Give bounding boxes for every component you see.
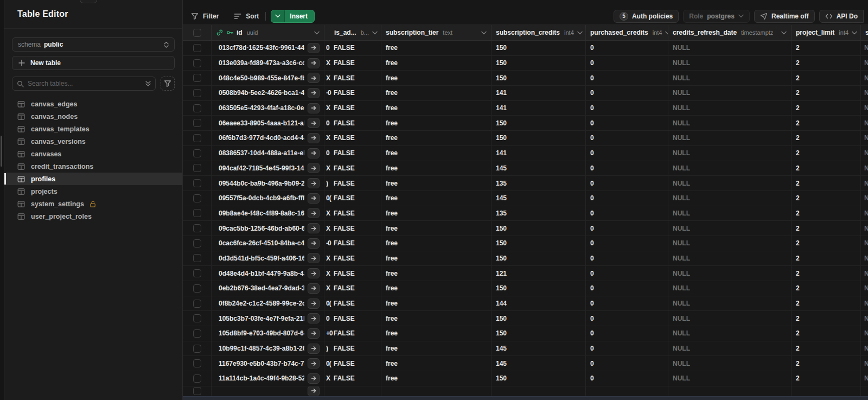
- cell-subscription-tier[interactable]: free: [381, 206, 492, 221]
- cell-credits-refresh-date[interactable]: NULL: [668, 176, 792, 191]
- cell-project-limit[interactable]: 2: [792, 221, 861, 236]
- cell-subscription-tier[interactable]: free: [381, 281, 492, 296]
- cell-subscription-tier[interactable]: free: [381, 71, 492, 85]
- cell-credits-refresh-date[interactable]: NULL: [668, 86, 792, 100]
- cell-credits-refresh-date[interactable]: NULL: [668, 371, 792, 386]
- cell-project-limit[interactable]: 2: [792, 191, 861, 206]
- expand-row-button[interactable]: [308, 43, 320, 53]
- expand-row-button[interactable]: [308, 208, 320, 218]
- column-header-project-limit[interactable]: project_limit int4: [792, 25, 861, 40]
- sidebar-item-system_settings[interactable]: system_settings: [4, 198, 182, 210]
- cell-clipped[interactable]: NU: [861, 371, 868, 386]
- cell-clipped[interactable]: NU: [861, 341, 868, 356]
- cell-project-limit[interactable]: 2: [792, 296, 861, 311]
- column-menu-chevron-icon[interactable]: [369, 31, 378, 35]
- cell-project-limit[interactable]: 2: [792, 326, 861, 341]
- expand-row-button[interactable]: [308, 58, 320, 68]
- role-select-button[interactable]: Role postgres: [683, 10, 750, 23]
- cell-id[interactable]: 0508b94b-5ee2-4626-bca1-4bca...: [212, 86, 324, 100]
- cell-id[interactable]: [212, 386, 324, 396]
- row-checkbox[interactable]: [193, 119, 201, 127]
- cell-id[interactable]: 048c4e50-b989-455e-847e-fb2f...: [212, 71, 324, 85]
- cell-subscription-tier[interactable]: free: [381, 161, 492, 176]
- cell-clipped[interactable]: [861, 386, 868, 396]
- cell-purchased-credits[interactable]: 0: [586, 176, 668, 191]
- expand-row-button[interactable]: [308, 133, 320, 143]
- cell-credits-refresh-date[interactable]: NULL: [668, 101, 792, 116]
- cell-credits-refresh-date[interactable]: NULL: [668, 131, 792, 145]
- sidebar-item-profiles[interactable]: profiles: [4, 173, 182, 185]
- cell-project-limit[interactable]: [792, 386, 861, 396]
- row-checkbox[interactable]: [193, 300, 201, 308]
- row-checkbox[interactable]: [193, 345, 201, 353]
- expand-row-button[interactable]: [308, 283, 320, 294]
- row-checkbox[interactable]: [193, 224, 201, 232]
- cell-clipped[interactable]: NU: [861, 281, 868, 296]
- cell-project-limit[interactable]: 2: [792, 236, 861, 251]
- expand-row-button[interactable]: [308, 88, 320, 98]
- cell-credits-refresh-date[interactable]: NULL: [668, 326, 792, 341]
- sidebar-item-canvas_versions[interactable]: canvas_versions: [4, 135, 182, 148]
- row-checkbox[interactable]: [193, 359, 201, 367]
- rail-scrollbar-thumb[interactable]: [1, 136, 2, 167]
- column-header-subscription-tier[interactable]: subscription_tier text: [381, 25, 492, 40]
- cell-purchased-credits[interactable]: 0: [586, 296, 668, 311]
- cell-is-admin[interactable]: X FALSE: [324, 266, 381, 281]
- search-tables-input[interactable]: [28, 80, 142, 87]
- cell-id[interactable]: 063505e5-4293-4faf-a18c-0e65b...: [212, 101, 324, 116]
- cell-project-limit[interactable]: 2: [792, 56, 861, 71]
- column-menu-chevron-icon[interactable]: [478, 31, 487, 35]
- cell-clipped[interactable]: NU: [861, 251, 868, 266]
- sidebar-item-projects[interactable]: projects: [4, 185, 182, 198]
- column-header-clipped[interactable]: su: [861, 25, 868, 40]
- cell-is-admin[interactable]: [324, 386, 381, 396]
- cell-subscription-tier[interactable]: free: [381, 176, 492, 191]
- cell-credits-refresh-date[interactable]: NULL: [668, 311, 792, 326]
- cell-purchased-credits[interactable]: 0: [586, 371, 668, 386]
- cell-subscription-tier[interactable]: free: [381, 146, 492, 161]
- cell-subscription-credits[interactable]: 150: [492, 56, 586, 71]
- cell-credits-refresh-date[interactable]: NULL: [668, 236, 792, 251]
- new-table-button[interactable]: New table: [12, 56, 175, 70]
- cell-id[interactable]: 09b8ae4e-f48c-4f89-8a8c-1629b...: [212, 206, 324, 221]
- cell-project-limit[interactable]: 2: [792, 41, 861, 55]
- cell-credits-refresh-date[interactable]: NULL: [668, 56, 792, 71]
- expand-row-button[interactable]: [308, 103, 320, 113]
- column-menu-chevron-icon[interactable]: [574, 31, 583, 35]
- cell-id[interactable]: 06f6b7d3-977d-4cd0-acd4-4a78...: [212, 131, 324, 145]
- cell-id[interactable]: 08386537-10d4-488a-a11e-eb5a6...: [212, 146, 324, 161]
- cell-subscription-tier[interactable]: free: [381, 266, 492, 281]
- expand-row-button[interactable]: [308, 344, 320, 354]
- cell-credits-refresh-date[interactable]: NULL: [668, 71, 792, 85]
- row-checkbox[interactable]: [193, 284, 201, 293]
- api-docs-button[interactable]: API Do: [819, 10, 864, 23]
- cell-is-admin[interactable]: X FALSE: [324, 101, 381, 116]
- column-header-is-admin[interactable]: is_ad... b...: [324, 25, 381, 40]
- cell-is-admin[interactable]: X FALSE: [324, 281, 381, 296]
- cell-subscription-credits[interactable]: 135: [492, 206, 586, 221]
- cell-purchased-credits[interactable]: 0: [586, 131, 668, 145]
- column-header-id[interactable]: id uuid: [212, 25, 324, 40]
- cell-id[interactable]: 094caf42-7185-4e45-99f3-14abee...: [212, 161, 324, 176]
- cell-credits-refresh-date[interactable]: NULL: [668, 341, 792, 356]
- cell-purchased-credits[interactable]: 0: [586, 191, 668, 206]
- cell-clipped[interactable]: NU: [861, 146, 868, 161]
- filter-tables-button[interactable]: [161, 77, 175, 91]
- cell-id[interactable]: 013e039a-fd89-473a-a3c6-ccfa9...: [212, 56, 324, 71]
- expand-row-button[interactable]: [308, 73, 320, 83]
- cell-id[interactable]: 09557f5a-0dcb-4cb9-a6fb-fff366...: [212, 191, 324, 206]
- cell-is-admin[interactable]: X FALSE: [324, 71, 381, 85]
- sidebar-item-canvases[interactable]: canvases: [4, 148, 182, 160]
- cell-clipped[interactable]: NU: [861, 206, 868, 221]
- expand-row-button[interactable]: [308, 373, 320, 384]
- cell-clipped[interactable]: NU: [861, 176, 868, 191]
- cell-subscription-credits[interactable]: 150: [492, 116, 586, 130]
- cell-id[interactable]: 0eb2b676-38ed-4ea7-9dad-38e6...: [212, 281, 324, 296]
- insert-button[interactable]: Insert: [271, 10, 315, 23]
- cell-is-admin[interactable]: X FALSE: [324, 251, 381, 266]
- cell-id[interactable]: 0cac6fca-26cf-4510-84ba-c4580...: [212, 236, 324, 251]
- column-header-purchased-credits[interactable]: purchased_credits int4: [586, 25, 668, 40]
- cell-subscription-tier[interactable]: free: [381, 236, 492, 251]
- row-checkbox[interactable]: [193, 374, 201, 383]
- row-checkbox[interactable]: [193, 89, 201, 97]
